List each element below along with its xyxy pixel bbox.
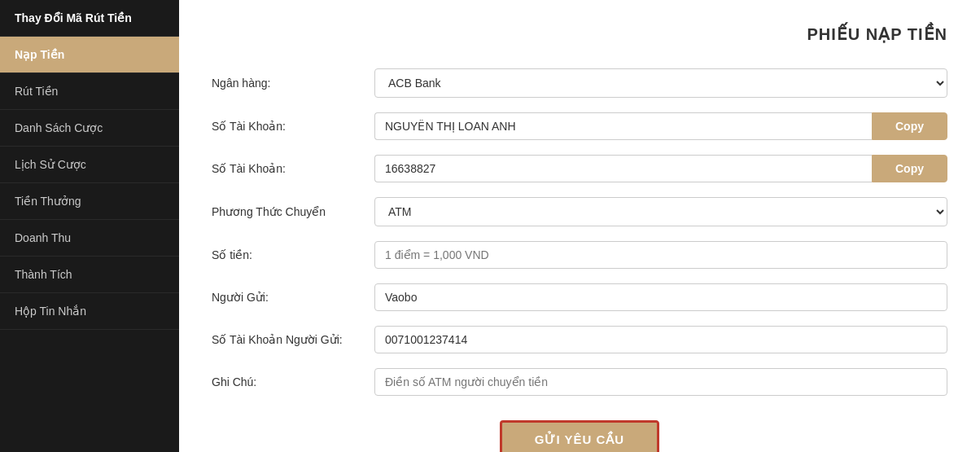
so-tai-khoan-name-label: Số Tài Khoản: — [212, 120, 374, 133]
sidebar-item-lich-su-cuoc[interactable]: Lịch Sử Cược — [0, 147, 179, 183]
sidebar-item-thanh-tich[interactable]: Thành Tích — [0, 257, 179, 293]
so-tien-input[interactable] — [374, 241, 947, 269]
sidebar-item-hop-tin-nhan[interactable]: Hộp Tin Nhắn — [0, 293, 179, 330]
submit-button[interactable]: GỬI YÊU CẦU — [500, 420, 659, 452]
sidebar-item-doanh-thu[interactable]: Doanh Thu — [0, 220, 179, 257]
so-tk-nguoi-gui-row: Số Tài Khoản Người Gửi: — [212, 326, 947, 353]
nguoi-gui-row: Người Gửi: — [212, 283, 947, 311]
so-tai-khoan-number-input[interactable] — [374, 155, 872, 182]
so-tk-nguoi-gui-label: Số Tài Khoản Người Gửi: — [212, 333, 374, 346]
so-tk-nguoi-gui-input[interactable] — [374, 326, 947, 353]
ghi-chu-input[interactable] — [374, 368, 947, 396]
ngan-hang-label: Ngân hàng: — [212, 77, 374, 90]
phuong-thuc-row: Phương Thức Chuyển ATM — [212, 197, 947, 226]
so-tai-khoan-name-input[interactable] — [374, 112, 872, 140]
phuong-thuc-label: Phương Thức Chuyển — [212, 205, 374, 218]
so-tai-khoan-number-row: Số Tài Khoản: Copy — [212, 155, 947, 182]
copy-number-button[interactable]: Copy — [872, 155, 947, 182]
sidebar-item-rut-tien[interactable]: Rút Tiền — [0, 73, 179, 110]
submit-area: GỬI YÊU CẦU — [212, 420, 947, 452]
so-tai-khoan-name-row: Số Tài Khoản: Copy — [212, 112, 947, 140]
sidebar-item-tien-thuong[interactable]: Tiền Thưởng — [0, 183, 179, 220]
ngan-hang-row: Ngân hàng: ACB Bank — [212, 68, 947, 98]
so-tai-khoan-number-label: Số Tài Khoản: — [212, 162, 374, 175]
so-tien-row: Số tiền: — [212, 241, 947, 269]
main-content: PHIẾU NẠP TIỀN Ngân hàng: ACB Bank Số Tà… — [179, 0, 980, 452]
page-title: PHIẾU NẠP TIỀN — [212, 24, 947, 44]
so-tien-label: Số tiền: — [212, 248, 374, 261]
ghi-chu-row: Ghi Chú: — [212, 368, 947, 396]
sidebar-item-thay-doi-ma-rut-tien[interactable]: Thay Đổi Mã Rút Tiền — [0, 0, 179, 37]
phuong-thuc-select[interactable]: ATM — [374, 197, 947, 226]
nguoi-gui-input[interactable] — [374, 283, 947, 311]
sidebar-item-nap-tien[interactable]: Nạp Tiền — [0, 37, 179, 73]
ngan-hang-select[interactable]: ACB Bank — [374, 68, 947, 98]
sidebar-item-danh-sach-cuoc[interactable]: Danh Sách Cược — [0, 110, 179, 147]
copy-name-button[interactable]: Copy — [872, 112, 947, 140]
ghi-chu-label: Ghi Chú: — [212, 375, 374, 388]
sidebar: Thay Đổi Mã Rút Tiền Nạp Tiền Rút Tiền D… — [0, 0, 179, 452]
so-tai-khoan-number-group: Copy — [374, 155, 947, 182]
nguoi-gui-label: Người Gửi: — [212, 291, 374, 304]
form-area: Ngân hàng: ACB Bank Số Tài Khoản: Copy S… — [212, 68, 947, 452]
so-tai-khoan-name-group: Copy — [374, 112, 947, 140]
